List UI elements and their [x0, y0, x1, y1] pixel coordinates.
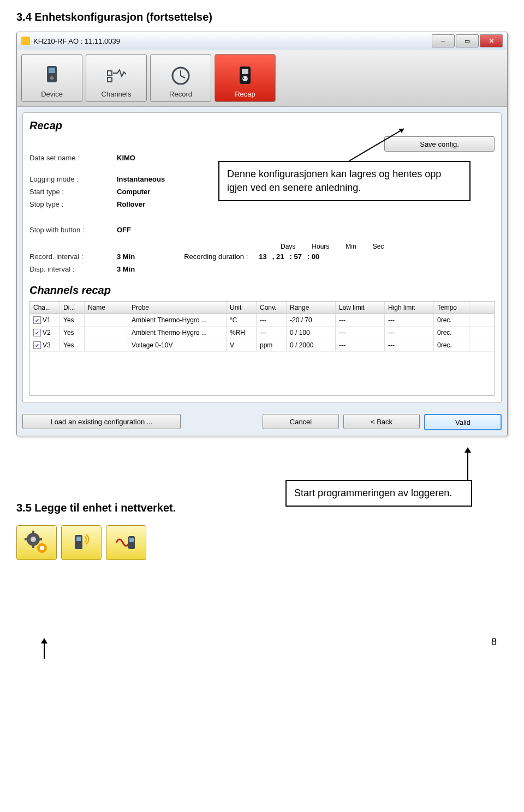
- channels-title: Channels recap: [29, 284, 495, 297]
- th[interactable]: Cha...: [30, 302, 60, 314]
- svg-point-17: [31, 537, 36, 542]
- maximize-button[interactable]: ▭: [456, 34, 479, 47]
- svg-rect-27: [129, 538, 134, 542]
- arrow-icon: [460, 447, 476, 483]
- row-label: Logging mode :: [29, 175, 117, 183]
- row-value: Instantaneous: [117, 175, 165, 183]
- wave-device-icon-button[interactable]: [106, 525, 146, 560]
- th[interactable]: Range: [287, 302, 336, 314]
- record-icon: [171, 65, 190, 87]
- dur-header: Days: [281, 243, 295, 250]
- callout-save-config: Denne konfigurasjonen kan lagres og hent…: [218, 161, 471, 201]
- duration-label: Recording duration :: [184, 252, 248, 261]
- cancel-button[interactable]: Cancel: [263, 414, 339, 429]
- svg-marker-29: [41, 638, 47, 643]
- table-row[interactable]: ✔ V2YesAmbient Thermo-Hygro ...%RH---0 /…: [30, 327, 494, 339]
- arrow-icon: [349, 125, 415, 164]
- svg-line-7: [181, 76, 185, 78]
- device-icon: [42, 65, 62, 87]
- row-value: 3 Min: [117, 265, 135, 273]
- dur-header: Sec: [373, 243, 384, 250]
- row-label: Start type :: [29, 188, 117, 196]
- channels-icon: [106, 65, 126, 87]
- svg-rect-21: [39, 538, 42, 540]
- dur-value: : 57: [289, 252, 301, 261]
- svg-rect-1: [49, 68, 55, 73]
- recap-title: Recap: [29, 119, 495, 132]
- th[interactable]: Tempo: [434, 302, 469, 314]
- th[interactable]: Di...: [60, 302, 85, 314]
- minimize-button[interactable]: ─: [432, 34, 455, 47]
- svg-rect-9: [242, 69, 248, 74]
- table-row[interactable]: ✔ V1YesAmbient Thermo-Hygro ...°C----20 …: [30, 314, 494, 327]
- th[interactable]: High limit: [385, 302, 434, 314]
- callout-start-programming: Start programmeringen av loggeren.: [285, 480, 472, 507]
- valid-button[interactable]: Valid: [424, 414, 502, 430]
- recap-icon: [235, 65, 255, 87]
- th[interactable]: Conv.: [257, 302, 287, 314]
- dur-header: Hours: [312, 243, 329, 250]
- svg-rect-19: [32, 545, 34, 548]
- page-number: 8: [16, 636, 497, 648]
- checkbox-icon[interactable]: ✔: [33, 316, 41, 324]
- svg-rect-18: [32, 531, 34, 534]
- th[interactable]: Probe: [128, 302, 227, 314]
- dur-header: Min: [346, 243, 356, 250]
- back-button[interactable]: < Back: [343, 414, 420, 429]
- row-label: Stop with button :: [29, 226, 117, 234]
- section-heading: 3.4 Enhetskonfigurasjon (fortsettelse): [16, 11, 508, 23]
- channels-table: Cha... Di... Name Probe Unit Conv. Range…: [29, 301, 495, 396]
- svg-point-23: [40, 546, 44, 550]
- dialog-buttons: Load an existing configuration ... Cance…: [17, 408, 507, 436]
- settings-icon-button[interactable]: [16, 525, 57, 560]
- app-icon: [21, 37, 30, 45]
- row-value: KIMO: [117, 154, 135, 162]
- row-label: Record. interval :: [29, 252, 117, 261]
- svg-point-2: [50, 76, 53, 80]
- th[interactable]: Unit: [227, 302, 257, 314]
- row-label: Data set name :: [29, 154, 117, 162]
- toolbar: Device Channels Record Recap: [17, 50, 507, 107]
- th[interactable]: Low limit: [336, 302, 385, 314]
- load-config-button[interactable]: Load an existing configuration ...: [22, 414, 181, 429]
- tab-label: Device: [41, 90, 63, 98]
- tab-recap[interactable]: Recap: [215, 54, 276, 102]
- titlebar: KH210-RF AO : 11.11.0039 ─ ▭ ✕: [17, 32, 507, 50]
- dur-value: 13: [259, 252, 266, 261]
- row-value: 3 Min: [117, 252, 135, 261]
- checkbox-icon[interactable]: ✔: [33, 341, 41, 349]
- toolbar-icons: [16, 525, 508, 560]
- dur-value: : 00: [307, 252, 319, 261]
- device-signal-icon-button[interactable]: [61, 525, 102, 560]
- tab-label: Recap: [235, 90, 255, 98]
- row-label: Stop type :: [29, 200, 117, 208]
- th[interactable]: Name: [85, 302, 128, 314]
- svg-rect-25: [76, 537, 81, 541]
- row-value: Rollover: [117, 200, 145, 208]
- tab-device[interactable]: Device: [21, 54, 82, 102]
- row-value: Computer: [117, 188, 150, 196]
- table-row[interactable]: ✔ V3YesVoltage 0-10VVppm0 / 2000------0r…: [30, 339, 494, 352]
- svg-rect-4: [108, 77, 112, 82]
- checkbox-icon[interactable]: ✔: [33, 329, 41, 336]
- recap-panel: Recap Save config. Data set name :KIMO L…: [22, 112, 502, 403]
- row-label: Disp. interval :: [29, 265, 117, 273]
- svg-rect-20: [25, 538, 28, 540]
- dur-value: , 21: [272, 252, 284, 261]
- close-button[interactable]: ✕: [480, 34, 503, 47]
- tab-channels[interactable]: Channels: [86, 54, 147, 102]
- tab-record[interactable]: Record: [150, 54, 211, 102]
- arrow-icon: [36, 638, 52, 659]
- svg-rect-3: [108, 71, 112, 75]
- row-value: OFF: [117, 226, 131, 234]
- tab-label: Record: [169, 90, 192, 98]
- svg-marker-15: [465, 447, 471, 453]
- svg-line-12: [349, 129, 404, 161]
- window-title: KH210-RF AO : 11.11.0039: [33, 37, 120, 45]
- config-window: KH210-RF AO : 11.11.0039 ─ ▭ ✕ Device Ch…: [16, 32, 508, 436]
- tab-label: Channels: [102, 90, 132, 98]
